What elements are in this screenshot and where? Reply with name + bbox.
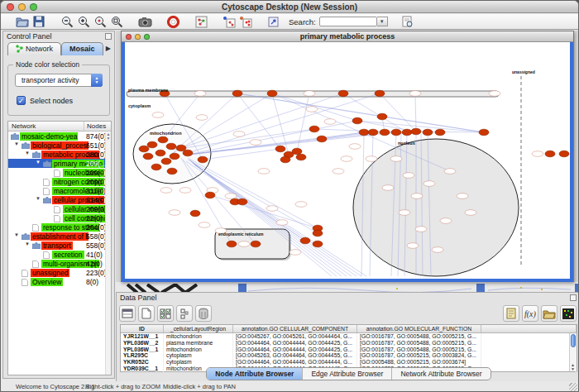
tree-scrollbar[interactable]: ▲▼	[105, 132, 111, 375]
file-icon	[43, 251, 50, 259]
node-color-dropdown[interactable]: transporter activity ▲▼	[15, 74, 103, 87]
attribute-table-header: ID _cellularLayoutRegion annotation.GO C…	[121, 325, 577, 333]
search-label: Search:	[289, 17, 316, 26]
svg-text:plasma membrane: plasma membrane	[128, 88, 168, 93]
table-row[interactable]: YLR295Ccytoplasm[GO:0045263, GO:0044464,…	[121, 352, 577, 359]
tree-row[interactable]: Overview8(0)	[8, 277, 111, 286]
zoom-fit-icon[interactable]	[108, 15, 125, 29]
search-dropdown-arrow[interactable]: ▼	[377, 17, 388, 26]
vizmapper-icon[interactable]	[266, 15, 282, 29]
main-toolbar: Search: ▼	[1, 14, 578, 30]
network-overview-icon[interactable]	[193, 15, 209, 29]
tree-row-count: 558(0)	[86, 232, 107, 241]
import-attributes-icon[interactable]	[541, 305, 557, 322]
tree-row-label: Overview	[31, 278, 63, 286]
svg-text:mitochondrion: mitochondrion	[150, 131, 182, 136]
network-view-window[interactable]: primary metabolic process plasma membran…	[121, 31, 574, 282]
delete-attribute-icon[interactable]	[195, 305, 212, 322]
tab-edge-attribute-browser[interactable]: Edge Attribute Browser	[303, 368, 392, 380]
folder-icon	[22, 233, 30, 240]
search-input[interactable]	[319, 17, 377, 26]
tree-row-count: 42(0)	[86, 260, 103, 268]
data-panel: Data Panel f(x) ID _cellularLayoutRegion…	[116, 292, 579, 383]
zoom-selected-icon[interactable]	[92, 15, 108, 29]
table-row[interactable]: YJR121W__1mitochondrion[GO:0045267, GO:0…	[121, 333, 577, 340]
tab-network-attribute-browser[interactable]: Network Attribute Browser	[392, 368, 490, 380]
tree-row[interactable]: ▼primary metabo209(...	[8, 159, 111, 168]
status-bar: Welcome to Cytoscape 2.8.1 Right-click +…	[1, 381, 578, 391]
expander-icon[interactable]: ▼	[14, 232, 19, 237]
save-session-icon[interactable]	[31, 15, 47, 29]
destroy-view-icon[interactable]	[221, 15, 237, 29]
tree-row-count: 651(0)	[86, 141, 107, 150]
attribute-browser-tabs: Node Attribute BrowserEdge Attribute Bro…	[206, 367, 490, 380]
tree-row[interactable]: macromolecule311(0)	[8, 186, 111, 195]
column-region[interactable]: _cellularLayoutRegion	[164, 325, 233, 332]
status-zoom-hint: Right-click + drag to ZOOM	[85, 383, 160, 390]
help-lifesaver-icon[interactable]	[165, 15, 181, 29]
zoom-in-icon[interactable]	[75, 15, 92, 29]
select-all-attributes-icon[interactable]	[157, 305, 174, 322]
tree-row[interactable]: ▼transport558(0)	[8, 241, 111, 250]
function-builder-icon[interactable]: f(x)	[522, 305, 538, 322]
tree-row[interactable]: response to stimulu264(0)	[8, 222, 111, 232]
tree-row[interactable]: nitrogen compo209(0)	[8, 177, 111, 186]
tree-row[interactable]: secretion41(0)	[8, 250, 111, 259]
folder-icon	[32, 151, 41, 158]
tree-row[interactable]: ▼cellular process614(0)	[8, 195, 111, 204]
unselect-all-attributes-icon[interactable]	[176, 305, 193, 322]
tree-row[interactable]: mosaic-demo-yeast874(0)	[8, 131, 111, 141]
table-row[interactable]: YKR052Ccytoplasm[GO:0044464, GO:0044446,…	[121, 359, 577, 366]
snapshot-camera-icon[interactable]	[136, 15, 153, 29]
expander-icon[interactable]: ▼	[25, 151, 30, 155]
svg-text:cytoplasm: cytoplasm	[128, 103, 151, 108]
svg-text:f(x): f(x)	[524, 309, 537, 318]
tree-row[interactable]: ▼metabolic process280(0)	[8, 150, 111, 159]
tree-row[interactable]: ▼establishment of lo558(0)	[8, 232, 111, 241]
tree-row[interactable]: unassigned223(0)	[8, 268, 111, 277]
select-attributes-icon[interactable]	[119, 305, 136, 322]
dropdown-stepper-icon[interactable]: ▲▼	[91, 74, 103, 87]
table-scrollbar-thumb[interactable]	[571, 334, 576, 347]
table-row[interactable]: YPL036W__2plasma membrane[GO:0044464, GO…	[121, 340, 577, 347]
tab-node-attribute-browser[interactable]: Node Attribute Browser	[207, 368, 303, 380]
tree-row[interactable]: cell communicat22(0)	[8, 213, 111, 222]
float-panel-icon[interactable]	[105, 33, 112, 40]
tree-row[interactable]: cellular metabo209(0)	[8, 204, 111, 213]
create-view-icon[interactable]	[237, 15, 254, 29]
tree-column-network[interactable]: Network	[8, 122, 84, 131]
tree-row[interactable]: multi-organism pro42(0)	[8, 259, 111, 268]
new-attribute-icon[interactable]	[138, 305, 155, 322]
expander-icon[interactable]: ▼	[25, 241, 30, 246]
expander-icon[interactable]: ▼	[36, 160, 41, 165]
tree-row[interactable]: nucleobase-209(0)	[8, 168, 111, 177]
zoom-out-icon[interactable]	[59, 15, 75, 29]
tree-column-nodes[interactable]: Nodes	[84, 122, 106, 131]
tree-row-count: 209(0)	[86, 205, 107, 213]
resize-grip[interactable]	[569, 383, 577, 391]
tab-scroll-right-icon[interactable]: ▶	[106, 45, 111, 52]
select-nodes-checkbox[interactable]: ✓	[17, 96, 26, 105]
search-options-icon[interactable]	[400, 15, 416, 29]
tree-row-count: 614(0)	[86, 196, 107, 204]
tab-network[interactable]: Network	[7, 42, 61, 55]
tree-row[interactable]: ▼biological_process651(0)	[8, 141, 111, 150]
tab-mosaic[interactable]: Mosaic	[61, 42, 103, 55]
expander-icon[interactable]: ▼	[14, 141, 19, 146]
column-cellular-component[interactable]: annotation.GO CELLULAR_COMPONENT	[233, 325, 357, 332]
window-title-bar[interactable]: Cytoscape Desktop (New Session)	[1, 1, 578, 13]
open-file-icon[interactable]	[14, 15, 31, 29]
float-data-panel-icon[interactable]	[570, 294, 577, 301]
matrix-view-icon[interactable]	[560, 305, 577, 322]
column-id[interactable]: ID	[121, 325, 164, 332]
attribute-notes-icon[interactable]	[503, 305, 519, 322]
expander-icon[interactable]: ▼	[36, 196, 41, 201]
folder-icon	[43, 160, 51, 167]
column-molecular-function[interactable]: annotation.GO MOLECULAR_FUNCTION	[357, 325, 481, 332]
table-row[interactable]: YPL036W__1mitochondrion[GO:0044464, GO:0…	[121, 347, 577, 353]
group-legend: Node color selection	[13, 60, 82, 69]
select-nodes-label: Select nodes	[30, 97, 73, 105]
network-canvas[interactable]: plasma membranecytoplasmmitochondrionnuc…	[125, 42, 570, 279]
control-panel: Control Panel Network Mosaic ▶ Node colo…	[2, 31, 115, 379]
network-window-title-bar[interactable]: primary metabolic process	[122, 31, 573, 42]
